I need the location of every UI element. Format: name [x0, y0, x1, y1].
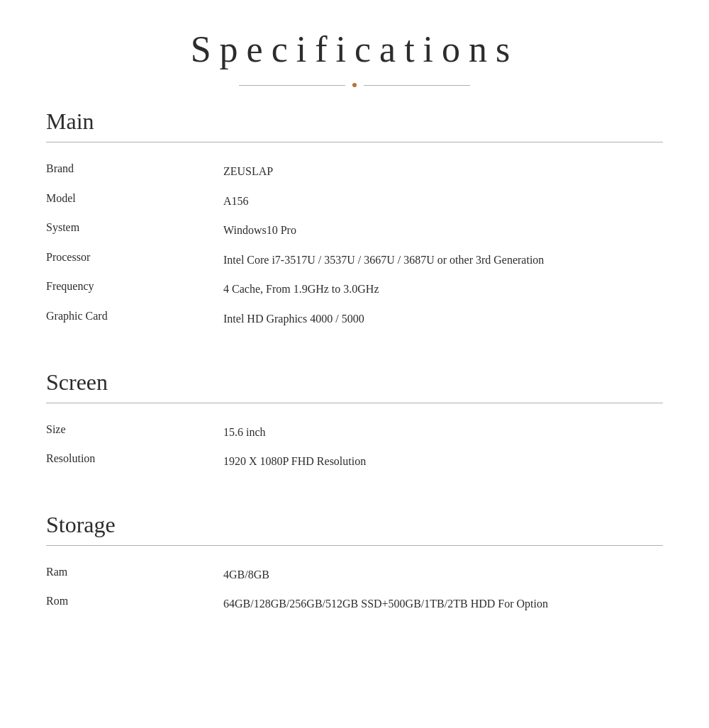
spec-value-main-2: Windows10 Pro: [223, 221, 663, 240]
section-storage: StorageRam4GB/8GBRom64GB/128GB/256GB/512…: [0, 512, 709, 619]
section-title-storage: Storage: [46, 512, 663, 538]
spec-label-screen-0: Size: [46, 423, 223, 436]
spec-label-main-0: Brand: [46, 162, 223, 175]
spec-row-storage-0: Ram4GB/8GB: [46, 560, 663, 590]
spec-value-main-0: ZEUSLAP: [223, 162, 663, 181]
page-title: Specifications: [0, 28, 709, 70]
spec-label-main-4: Frequency: [46, 280, 223, 293]
spec-label-main-1: Model: [46, 192, 223, 205]
spec-label-main-5: Graphic Card: [46, 310, 223, 323]
section-left-line: [46, 545, 188, 546]
divider-line-right: [364, 85, 470, 86]
section-divider-screen: [46, 403, 663, 403]
divider-dot: [352, 83, 357, 87]
spec-row-screen-1: Resolution1920 X 1080P FHD Resolution: [46, 447, 663, 476]
section-right-line: [188, 545, 663, 546]
section-main: MainBrandZEUSLAPModelA156SystemWindows10…: [0, 108, 709, 334]
spec-value-main-3: Intel Core i7-3517U / 3537U / 3667U / 36…: [223, 251, 663, 269]
spec-value-main-5: Intel HD Graphics 4000 / 5000: [223, 310, 663, 328]
spec-label-storage-1: Rom: [46, 595, 223, 607]
section-divider-storage: [46, 545, 663, 546]
spec-label-screen-1: Resolution: [46, 452, 223, 465]
spec-row-screen-0: Size15.6 inch: [46, 418, 663, 447]
section-divider-main: [46, 142, 663, 142]
divider-line-left: [239, 85, 345, 86]
spec-label-main-3: Processor: [46, 251, 223, 264]
spec-value-main-1: A156: [223, 192, 663, 211]
section-right-line: [188, 142, 663, 142]
spec-row-main-4: Frequency4 Cache, From 1.9GHz to 3.0GHz: [46, 274, 663, 304]
spec-value-screen-1: 1920 X 1080P FHD Resolution: [223, 452, 663, 471]
spec-label-storage-0: Ram: [46, 566, 223, 578]
section-title-screen: Screen: [46, 369, 663, 396]
spec-value-storage-0: 4GB/8GB: [223, 566, 663, 584]
spec-value-storage-1: 64GB/128GB/256GB/512GB SSD+500GB/1TB/2TB…: [223, 595, 663, 613]
section-left-line: [46, 142, 188, 142]
spec-label-main-2: System: [46, 221, 223, 234]
spec-row-main-5: Graphic CardIntel HD Graphics 4000 / 500…: [46, 304, 663, 334]
section-left-line: [46, 403, 188, 403]
section-screen: ScreenSize15.6 inchResolution1920 X 1080…: [0, 369, 709, 476]
section-title-main: Main: [46, 108, 663, 135]
spec-row-storage-1: Rom64GB/128GB/256GB/512GB SSD+500GB/1TB/…: [46, 589, 663, 619]
spec-value-screen-0: 15.6 inch: [223, 423, 663, 442]
spec-row-main-1: ModelA156: [46, 186, 663, 216]
title-divider: [0, 83, 709, 87]
spec-row-main-3: ProcessorIntel Core i7-3517U / 3537U / 3…: [46, 245, 663, 275]
spec-value-main-4: 4 Cache, From 1.9GHz to 3.0GHz: [223, 280, 663, 298]
spec-row-main-2: SystemWindows10 Pro: [46, 215, 663, 245]
section-right-line: [188, 403, 663, 403]
spec-row-main-0: BrandZEUSLAP: [46, 157, 663, 186]
